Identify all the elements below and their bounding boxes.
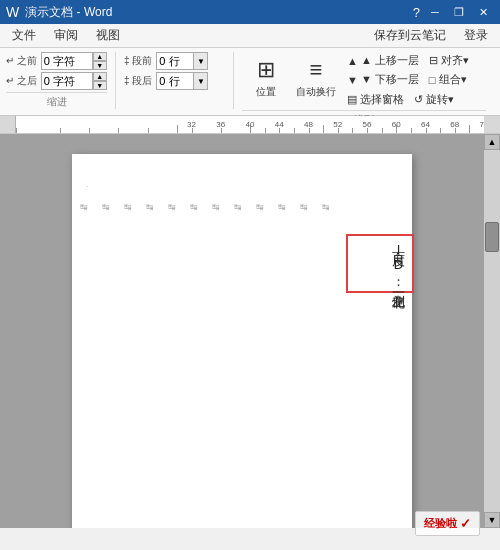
spacing-after-row: ‡ 段后 ▼ — [124, 72, 225, 90]
spacing-after-dropdown[interactable]: ▼ — [194, 72, 208, 90]
spacing-after-combo: ▼ — [156, 72, 208, 90]
spacing-before-input[interactable] — [156, 52, 194, 70]
layer-btn-group: ▲ ▲ 上移一层 ▼ ▼ 下移一层 — [344, 52, 422, 88]
send-backward-icon: ▼ — [347, 74, 358, 86]
tab-marker-9: ↹ — [278, 202, 286, 212]
document-scroll-area[interactable]: ↹ ↹ ↹ ↹ ↹ ↹ ↹ ↹ ↹ ↹ ↹ ↹ 百度ID：北侧左一 · — [0, 134, 484, 528]
position-icon: ⊞ — [257, 57, 275, 83]
save-to-cloud-button[interactable]: 保存到云笔记 — [366, 25, 454, 46]
tab-marker-4: ↹ — [168, 202, 176, 212]
close-button[interactable]: ✕ — [472, 3, 494, 21]
tab-marker-5: ↹ — [190, 202, 198, 212]
spacing-after-input[interactable] — [156, 72, 194, 90]
title-bar: W 演示文档 - Word ? ─ ❐ ✕ — [0, 0, 500, 24]
indent-after-label: ↵ 之后 — [6, 74, 37, 88]
indent-group-label: 缩进 — [6, 92, 107, 109]
menu-item-view[interactable]: 视图 — [88, 24, 128, 47]
group-button[interactable]: □ 组合▾ — [426, 71, 472, 88]
autowrap-button[interactable]: ≡ 自动换行 — [292, 52, 340, 104]
document-area: ↹ ↹ ↹ ↹ ↹ ↹ ↹ ↹ ↹ ↹ ↹ ↹ 百度ID：北侧左一 · ▲ — [0, 134, 500, 528]
ribbon-group-spacing: ‡ 段前 ▼ ‡ 段后 ▼ 段落 — [124, 52, 234, 109]
group-icon: □ — [429, 74, 436, 86]
rotate-button[interactable]: ↺ 旋转▾ — [411, 91, 457, 108]
scroll-up-button[interactable]: ▲ — [484, 134, 500, 150]
vertical-scrollbar[interactable]: ▲ ▼ — [484, 134, 500, 528]
position-button[interactable]: ⊞ 位置 — [242, 52, 290, 104]
scroll-thumb[interactable] — [485, 222, 499, 252]
indent-before-label: ↵ 之前 — [6, 54, 37, 68]
indent-before-spinner: ▲ ▼ — [93, 52, 107, 70]
indent-right-row: ↵ 之后 ▲ ▼ — [6, 72, 107, 90]
ruler: 3236404448525660646872 — [0, 116, 500, 134]
tab-marker-0: ↹ — [80, 202, 88, 212]
ribbon: ↵ 之前 ▲ ▼ ↵ 之后 ▲ ▼ 缩进 ‡ 段前 — [0, 48, 500, 116]
ruler-left-side — [0, 116, 16, 133]
align-button[interactable]: ⊟ 对齐▾ — [426, 52, 472, 69]
title-bar-left: W 演示文档 - Word — [6, 4, 112, 21]
indent-after-spinner: ▲ ▼ — [93, 72, 107, 90]
indent-after-field: ▲ ▼ — [41, 72, 107, 90]
text-box[interactable]: 百度ID：北侧左一 — [346, 234, 414, 293]
scroll-down-button[interactable]: ▼ — [484, 512, 500, 528]
indent-before-up[interactable]: ▲ — [93, 52, 107, 61]
spacing-before-label: ‡ 段前 — [124, 54, 152, 68]
indent-after-up[interactable]: ▲ — [93, 72, 107, 81]
minimize-button[interactable]: ─ — [424, 3, 446, 21]
text-box-content: 百度ID：北侧左一 — [391, 242, 406, 285]
menu-bar: 文件 审阅 视图 保存到云笔记 登录 — [0, 24, 500, 48]
indent-before-down[interactable]: ▼ — [93, 61, 107, 70]
watermark-badge: 经验啦 ✓ — [415, 511, 480, 536]
send-backward-button[interactable]: ▼ ▼ 下移一层 — [344, 71, 422, 88]
bring-forward-icon: ▲ — [347, 55, 358, 67]
title-bar-controls: ─ ❐ ✕ — [424, 3, 494, 21]
tab-marker-11: ↹ — [322, 202, 330, 212]
align-icon: ⊟ — [429, 54, 438, 67]
autowrap-label: 自动换行 — [296, 85, 336, 99]
scroll-track[interactable] — [484, 150, 500, 512]
spacing-before-dropdown[interactable]: ▼ — [194, 52, 208, 70]
selection-pane-button[interactable]: ▤ 选择窗格 — [344, 91, 407, 108]
spacing-after-label: ‡ 段后 — [124, 74, 152, 88]
tab-markers-row: ↹ ↹ ↹ ↹ ↹ ↹ ↹ ↹ ↹ ↹ ↹ ↹ — [80, 202, 404, 212]
spacing-after-field: ▼ — [156, 72, 208, 90]
help-icon[interactable]: ? — [413, 5, 420, 20]
position-label: 位置 — [256, 85, 276, 99]
tab-marker-7: ↹ — [234, 202, 242, 212]
restore-button[interactable]: ❐ — [448, 3, 470, 21]
align-group-btn: ⊟ 对齐▾ □ 组合▾ — [426, 52, 472, 88]
login-button[interactable]: 登录 — [456, 25, 496, 46]
title-text: 演示文档 - Word — [25, 4, 112, 21]
menu-item-file[interactable]: 文件 — [4, 24, 44, 47]
autowrap-icon: ≡ — [310, 57, 323, 83]
spacing-before-combo: ▼ — [156, 52, 208, 70]
bring-forward-button[interactable]: ▲ ▲ 上移一层 — [344, 52, 422, 69]
indent-after-down[interactable]: ▼ — [93, 81, 107, 90]
ribbon-group-indent: ↵ 之前 ▲ ▼ ↵ 之后 ▲ ▼ 缩进 — [6, 52, 116, 109]
selection-pane-icon: ▤ — [347, 93, 357, 106]
spacing-before-field: ▼ — [156, 52, 208, 70]
indent-before-field: ▲ ▼ — [41, 52, 107, 70]
tab-marker-10: ↹ — [300, 202, 308, 212]
ruler-right-side — [484, 116, 500, 133]
indent-before-input[interactable] — [41, 52, 93, 70]
menu-item-review[interactable]: 审阅 — [46, 24, 86, 47]
document-page: ↹ ↹ ↹ ↹ ↹ ↹ ↹ ↹ ↹ ↹ ↹ ↹ 百度ID：北侧左一 · — [72, 154, 412, 528]
page-dot-marker: · — [86, 182, 88, 191]
word-icon: W — [6, 4, 19, 20]
spacing-before-row: ‡ 段前 ▼ — [124, 52, 225, 70]
tab-marker-8: ↹ — [256, 202, 264, 212]
checkmark-icon: ✓ — [460, 516, 471, 531]
indent-after-input[interactable] — [41, 72, 93, 90]
tab-marker-2: ↹ — [124, 202, 132, 212]
tab-marker-6: ↹ — [212, 202, 220, 212]
tab-marker-3: ↹ — [146, 202, 154, 212]
watermark-label: 经验啦 — [424, 516, 457, 531]
ruler-main: 3236404448525660646872 — [16, 116, 484, 133]
rotate-icon: ↺ — [414, 93, 423, 106]
indent-left-row: ↵ 之前 ▲ ▼ — [6, 52, 107, 70]
tab-marker-1: ↹ — [102, 202, 110, 212]
